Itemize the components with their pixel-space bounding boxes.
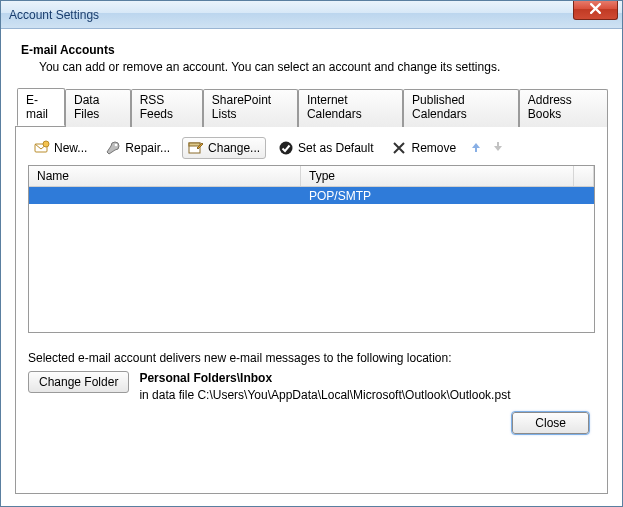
account-settings-window: Account Settings E-mail Accounts You can…: [0, 0, 623, 507]
svg-point-1: [43, 141, 49, 147]
move-up-button[interactable]: [468, 140, 484, 156]
set-default-label: Set as Default: [298, 141, 373, 155]
check-circle-icon: [278, 140, 294, 156]
delivery-location-path: in data file C:\Users\You\AppData\Local\…: [139, 388, 510, 402]
new-mail-icon: [34, 140, 50, 156]
table-row[interactable]: POP/SMTP: [29, 187, 594, 204]
tab-sharepoint-lists[interactable]: SharePoint Lists: [203, 89, 298, 127]
remove-icon: [391, 140, 407, 156]
repair-button-label: Repair...: [125, 141, 170, 155]
change-folder-button[interactable]: Change Folder: [28, 371, 129, 393]
arrow-up-icon: [470, 141, 482, 156]
remove-button[interactable]: Remove: [385, 137, 462, 159]
new-button[interactable]: New...: [28, 137, 93, 159]
delivery-location-title: Personal Folders\Inbox: [139, 371, 510, 385]
arrow-down-icon: [492, 141, 504, 156]
accounts-list: Name Type POP/SMTP: [28, 165, 595, 333]
column-header-type[interactable]: Type: [301, 166, 574, 186]
tab-data-files[interactable]: Data Files: [65, 89, 131, 127]
tabstrip: E-mail Data Files RSS Feeds SharePoint L…: [15, 88, 608, 126]
repair-icon: [105, 140, 121, 156]
delivery-location: Personal Folders\Inbox in data file C:\U…: [139, 371, 510, 402]
change-icon: [188, 140, 204, 156]
content-area: E-mail Accounts You can add or remove an…: [1, 29, 622, 506]
tab-email[interactable]: E-mail: [17, 88, 65, 126]
toolbar: New... Repair... Change...: [28, 137, 595, 159]
column-header-spacer: [574, 166, 594, 186]
column-header-name[interactable]: Name: [29, 166, 301, 186]
repair-button[interactable]: Repair...: [99, 137, 176, 159]
remove-button-label: Remove: [411, 141, 456, 155]
titlebar: Account Settings: [1, 1, 622, 29]
change-button-label: Change...: [208, 141, 260, 155]
tab-internet-calendars[interactable]: Internet Calendars: [298, 89, 403, 127]
window-title: Account Settings: [9, 8, 99, 22]
header-block: E-mail Accounts You can add or remove an…: [15, 39, 608, 88]
change-button[interactable]: Change...: [182, 137, 266, 159]
tab-published-calendars[interactable]: Published Calendars: [403, 89, 519, 127]
tab-address-books[interactable]: Address Books: [519, 89, 608, 127]
set-default-button[interactable]: Set as Default: [272, 137, 379, 159]
move-down-button[interactable]: [490, 140, 506, 156]
svg-point-5: [280, 142, 293, 155]
list-header: Name Type: [29, 166, 594, 187]
close-icon: [590, 3, 601, 17]
window-close-button[interactable]: [573, 1, 618, 20]
new-button-label: New...: [54, 141, 87, 155]
tab-rss-feeds[interactable]: RSS Feeds: [131, 89, 203, 127]
svg-rect-4: [189, 143, 200, 146]
delivery-info: Selected e-mail account delivers new e-m…: [28, 351, 595, 402]
delivery-intro: Selected e-mail account delivers new e-m…: [28, 351, 595, 365]
footer: Close: [28, 402, 595, 436]
header-title: E-mail Accounts: [21, 43, 602, 57]
tab-panel-email: New... Repair... Change...: [15, 126, 608, 494]
list-body: POP/SMTP: [29, 187, 594, 332]
svg-point-2: [115, 144, 118, 147]
close-button[interactable]: Close: [512, 412, 589, 434]
cell-type: POP/SMTP: [301, 189, 594, 203]
header-description: You can add or remove an account. You ca…: [39, 60, 602, 74]
